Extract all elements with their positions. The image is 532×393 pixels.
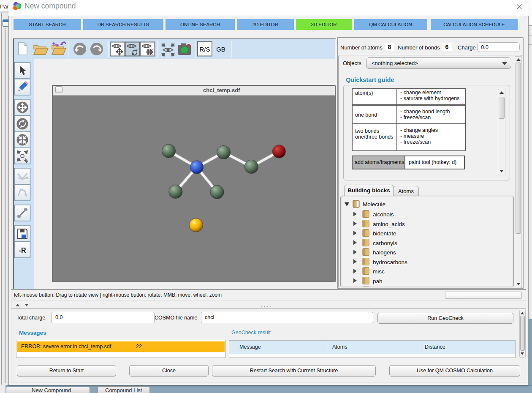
svg-text:amino_acids: amino_acids xyxy=(373,221,405,227)
svg-text:-R: -R xyxy=(19,247,26,254)
svg-text:GB: GB xyxy=(216,46,225,53)
svg-text:R/S: R/S xyxy=(199,46,210,53)
svg-text:alcohols: alcohols xyxy=(373,211,394,218)
svg-text:carbonyls: carbonyls xyxy=(373,240,397,246)
svg-text:hydrocarbons: hydrocarbons xyxy=(373,259,407,265)
svg-text:bidentate: bidentate xyxy=(373,230,396,237)
svg-text:misc: misc xyxy=(373,268,385,275)
svg-text:Molecule: Molecule xyxy=(363,201,385,207)
svg-text:pah: pah xyxy=(373,278,383,284)
svg-text:halogens: halogens xyxy=(373,249,396,256)
